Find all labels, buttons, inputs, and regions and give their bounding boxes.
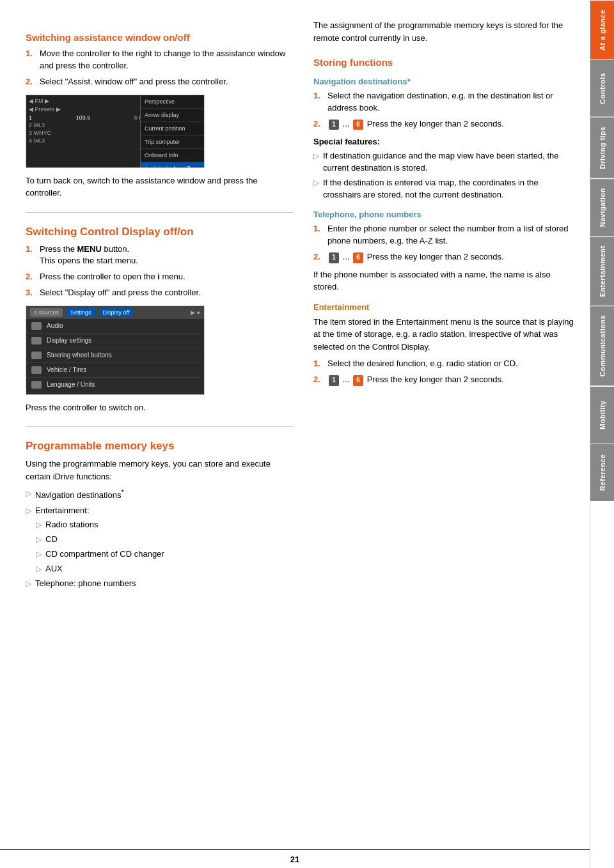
tel-step-text-2: 1 ... 6 Press the key longer than 2 seco… <box>327 251 504 263</box>
sidebar-tab-driving-tips[interactable]: Driving tips <box>590 117 614 178</box>
page-number: 21 <box>290 855 299 864</box>
telephone-note: If the phone number is associated with a… <box>313 268 577 293</box>
screenshot-display: o sources Settings Display off ▶ ● Audio… <box>26 306 205 395</box>
tel-step-2: 2. 1 ... 6 Press the key longer than 2 s… <box>313 251 577 263</box>
bullet-cdchanger-text: CD compartment of CD changer <box>45 548 164 561</box>
nav-step-num-2: 2. <box>313 118 324 130</box>
ent-key-badge-6: 6 <box>353 375 363 386</box>
ent-step-text-2: 1 ... 6 Press the key longer than 2 seco… <box>327 374 504 386</box>
vehicle-icon <box>31 366 42 374</box>
cd-step-1: 1. Press the MENU button.This opens the … <box>26 244 294 268</box>
sidebar-label-driving-tips: Driving tips <box>599 127 606 169</box>
assistance-window-steps: 1. Move the controller to the right to c… <box>26 48 294 88</box>
sidebar-tab-navigation[interactable]: Navigation <box>590 178 614 236</box>
cd-step-text-2: Press the controller to open the i menu. <box>40 271 185 283</box>
arrow-icon-cd: ▷ <box>36 534 42 546</box>
ent-step-num-2: 2. <box>313 374 324 386</box>
sidebar-tab-entertainment[interactable]: Entertainment <box>590 236 614 306</box>
tab-sources[interactable]: o sources <box>30 308 63 317</box>
arrow-icon-nav: ▷ <box>26 488 31 502</box>
bullet-nav-text: Navigation destinations* <box>35 488 124 502</box>
storing-functions-heading: Storing functions <box>313 57 577 68</box>
telephone-heading: Telephone, phone numbers <box>313 210 577 219</box>
menu-onboard: Onboard Info <box>141 149 204 162</box>
section-assistance-window: Switching assistance window on/off 1. Mo… <box>26 32 294 199</box>
cd-step-num-3: 3. <box>26 287 36 299</box>
sidebar-label-navigation: Navigation <box>599 188 606 227</box>
sidebar-tab-mobility[interactable]: Mobility <box>590 386 614 444</box>
sidebar-tab-communications[interactable]: Communications <box>590 306 614 385</box>
entertainment-para: The item stored in the Entertainment men… <box>313 316 577 353</box>
menu-position: Current position <box>141 122 204 136</box>
screen1-menu: Perspective Arrow display Current positi… <box>140 95 204 167</box>
audio-icon <box>31 322 42 330</box>
language-label: Language / Units <box>47 381 95 388</box>
arrow-icon-aux: ▷ <box>36 564 42 575</box>
tab-settings[interactable]: Settings <box>67 308 95 317</box>
step-text-1: Move the controller to the right to chan… <box>40 48 294 72</box>
steering-icon <box>31 352 42 359</box>
control-display-steps: 1. Press the MENU button.This opens the … <box>26 244 294 299</box>
menu-arrow: Arrow display <box>141 109 204 122</box>
sidebar-label-entertainment: Entertainment <box>599 245 606 297</box>
bullet-cd-changer: ▷ CD compartment of CD changer <box>26 548 294 561</box>
tel-key-badge-1: 1 <box>329 252 339 263</box>
programmable-keys-heading: Programmable memory keys <box>26 440 294 453</box>
cd-step-3: 3. Select "Display off" and press the co… <box>26 287 294 299</box>
nav-step-text-1: Select the navigation destination, e.g. … <box>327 90 577 114</box>
special-bullet-2: ▷ If the destination is entered via map,… <box>313 177 577 201</box>
nav-step-text-2: 1 ... 6 Press the key longer than 2 seco… <box>327 118 504 130</box>
step-text-2: Select "Assist. window off" and press th… <box>40 76 228 88</box>
vehicle-label: Vehicle / Tires <box>47 366 86 373</box>
section-programmable-keys: Programmable memory keys Using the progr… <box>26 440 294 589</box>
screenshot-assistance: ◀ FM ▶ ● ◀ Presets ▶ 1 103.5 5 KLOS 9 2 … <box>26 95 205 168</box>
step-2: 2. Select "Assist. window off" and press… <box>26 76 294 88</box>
sidebar-tab-reference[interactable]: Reference <box>590 444 614 501</box>
bullet-telephone: ▷ Telephone: phone numbers <box>26 578 294 590</box>
nav-steps: 1. Select the navigation destination, e.… <box>313 90 577 130</box>
menu-perspective: Perspective <box>141 95 204 109</box>
cd-step-num-1: 1. <box>26 244 36 268</box>
ent-step-text-1: Select the desired function, e.g. radio … <box>327 358 518 370</box>
left-column: Switching assistance window on/off 1. Mo… <box>26 19 294 842</box>
key-badge-1: 1 <box>329 120 339 130</box>
bullet-entertainment: ▷ Entertainment: <box>26 505 294 517</box>
sidebar-tab-at-glance[interactable]: At a glance <box>590 0 614 59</box>
display-icon <box>31 337 42 345</box>
sidebar-tab-controls[interactable]: Controls <box>590 59 614 117</box>
sidebar-label-reference: Reference <box>599 454 606 491</box>
assistance-window-heading: Switching assistance window on/off <box>26 32 294 43</box>
bullet-nav: ▷ Navigation destinations* <box>26 488 294 502</box>
steering-label: Steering wheel buttons <box>47 352 112 359</box>
special-features-label: Special features: <box>313 136 577 148</box>
bullet-cd: ▷ CD <box>26 534 294 546</box>
arrow-icon-telephone: ▷ <box>26 578 31 590</box>
entertainment-steps: 1. Select the desired function, e.g. rad… <box>313 358 577 386</box>
menu-assist-off[interactable]: Assist. window off <box>141 162 204 168</box>
assignment-para: The assignment of the programmable memor… <box>313 19 577 44</box>
bullet-cd-text: CD <box>45 534 58 546</box>
nav-step-1: 1. Select the navigation destination, e.… <box>313 90 577 114</box>
arrow-icon-cdchanger: ▷ <box>36 549 42 561</box>
screen2-time: Time / Date <box>26 392 204 395</box>
screen2-header: o sources Settings Display off ▶ ● <box>26 306 204 319</box>
section-control-display: Switching Control Display off/on 1. Pres… <box>26 226 294 414</box>
language-icon <box>31 381 42 389</box>
bullet-entertainment-text: Entertainment: <box>35 505 90 517</box>
bullet-radio: ▷ Radio stations <box>26 519 294 531</box>
control-display-caption: Press the controller to switch on. <box>26 401 294 414</box>
btn-display-off[interactable]: Display off <box>99 308 134 317</box>
divider-2 <box>26 426 294 427</box>
bullet-telephone-text: Telephone: phone numbers <box>35 578 136 590</box>
sidebar-label-controls: Controls <box>599 73 606 104</box>
programmable-keys-intro: Using the programmable memory keys, you … <box>26 458 294 483</box>
page-bar: 21 <box>0 849 590 868</box>
step-1: 1. Move the controller to the right to c… <box>26 48 294 72</box>
screen2-language: Language / Units <box>26 378 204 392</box>
tel-key-badge-6: 6 <box>353 252 363 263</box>
tel-step-num-1: 1. <box>313 223 324 247</box>
arrow-icon-entertainment: ▷ <box>26 506 31 517</box>
sidebar-label-mobility: Mobility <box>599 400 606 430</box>
cd-step-2: 2. Press the controller to open the i me… <box>26 271 294 283</box>
cd-step-text-1: Press the MENU button.This opens the sta… <box>40 244 138 268</box>
